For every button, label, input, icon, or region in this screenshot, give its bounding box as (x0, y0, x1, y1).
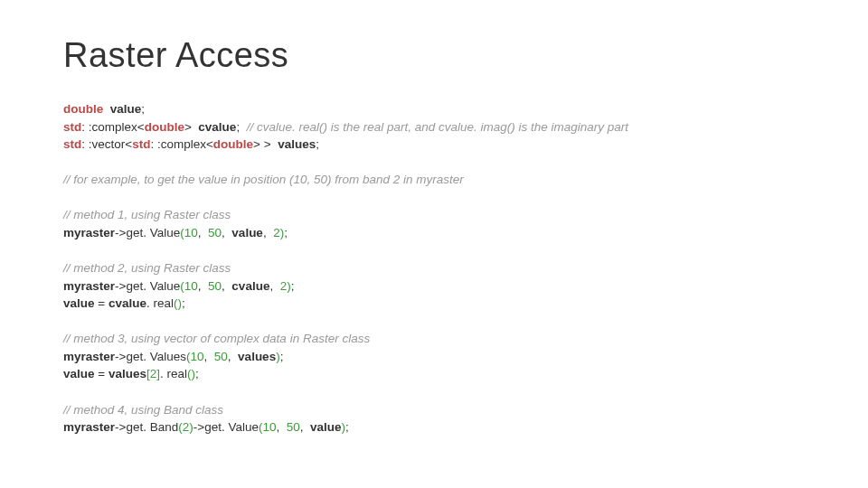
ident-cvalue: cvalue (108, 296, 146, 310)
fn-real: real (167, 367, 188, 380)
ident-cvalue: cvalue (231, 279, 269, 293)
fn-real: real (153, 296, 174, 310)
ident-values: values (108, 367, 146, 380)
comma: , (198, 279, 205, 293)
comment-line: // cvalue. real() is the real part, and … (247, 120, 628, 134)
arrow-op: -> (115, 420, 126, 434)
keyword-std: std (63, 137, 81, 151)
semicolon: ; (141, 102, 145, 116)
semicolon: ; (291, 279, 295, 293)
fn-getvalue: get. Value (126, 279, 180, 293)
ident-values: values (238, 350, 276, 363)
num-50: 50 (208, 279, 222, 293)
ident-value: value (310, 420, 342, 434)
comma: , (198, 226, 205, 239)
fn-getvalue: get. Value (126, 226, 180, 239)
keyword-double: double (63, 102, 103, 116)
lt-op: < (125, 137, 132, 151)
comment-line: // for example, to get the value in posi… (63, 173, 464, 186)
comma: , (222, 279, 229, 293)
semicolon: ; (345, 420, 349, 434)
scope-op: : : (81, 137, 91, 151)
arrow-op: -> (193, 420, 204, 434)
comma: , (263, 226, 270, 239)
num-2: 2 (273, 226, 280, 239)
ident-value: value (110, 102, 142, 116)
ident-cvalue: cvalue (198, 120, 236, 134)
comma: , (269, 279, 277, 293)
semicolon: ; (182, 296, 185, 310)
num-50: 50 (214, 350, 228, 363)
gt-op: > (184, 120, 192, 134)
semicolon: ; (280, 350, 284, 363)
comma: , (300, 420, 307, 434)
ident-myraster: myraster (63, 279, 115, 293)
slide-title: Raster Access (63, 36, 805, 75)
num-10: 10 (184, 279, 198, 293)
gt-op: > (260, 137, 271, 151)
ident-values: values (278, 137, 316, 151)
eq-op: = (95, 296, 108, 310)
num-10: 10 (262, 420, 276, 434)
semicolon: ; (316, 137, 319, 151)
fn-getvalue: get. Value (204, 420, 259, 434)
fn-getvalues: get. Values (126, 350, 186, 363)
dot-op: . (160, 367, 167, 380)
ident-myraster: myraster (63, 350, 115, 363)
semicolon: ; (284, 226, 288, 239)
fn-getband: get. Band (126, 420, 178, 434)
ident-value: value (63, 296, 95, 310)
comma: , (276, 420, 283, 434)
comma: , (228, 350, 235, 363)
num-10: 10 (184, 226, 198, 239)
arrow-op: -> (115, 279, 126, 293)
arrow-op: -> (115, 350, 126, 363)
arrow-op: -> (115, 226, 126, 239)
slide: Raster Access double value; std: :comple… (0, 0, 868, 488)
ident-myraster: myraster (63, 420, 115, 434)
ident-myraster: myraster (63, 226, 115, 239)
semicolon: ; (195, 367, 199, 380)
gt-op: > (253, 137, 260, 151)
ident-vector: vector (92, 137, 126, 151)
scope-op: : : (81, 120, 91, 134)
keyword-std: std (132, 137, 150, 151)
keyword-double: double (213, 137, 253, 151)
comma: , (222, 226, 229, 239)
keyword-std: std (63, 120, 81, 134)
keyword-double: double (145, 120, 184, 134)
num-10: 10 (190, 350, 203, 363)
ident-value: value (231, 226, 263, 239)
semicolon: ; (236, 120, 240, 134)
scope-op: : : (150, 137, 160, 151)
comment-line: // method 3, using vector of complex dat… (63, 332, 370, 345)
num-50: 50 (208, 226, 222, 239)
comma: , (204, 350, 212, 363)
comment-line: // method 1, using Raster class (63, 208, 231, 221)
comment-line: // method 4, using Band class (63, 403, 223, 417)
ident-complex: complex (161, 137, 206, 151)
comment-line: // method 2, using Raster class (63, 261, 231, 275)
code-block: double value; std: :complex<double> cval… (63, 100, 805, 436)
lt-op: < (206, 137, 213, 151)
eq-op: = (95, 367, 108, 380)
ident-value: value (63, 367, 95, 380)
lt-op: < (137, 120, 145, 134)
num-50: 50 (287, 420, 300, 434)
ident-complex: complex (92, 120, 137, 134)
